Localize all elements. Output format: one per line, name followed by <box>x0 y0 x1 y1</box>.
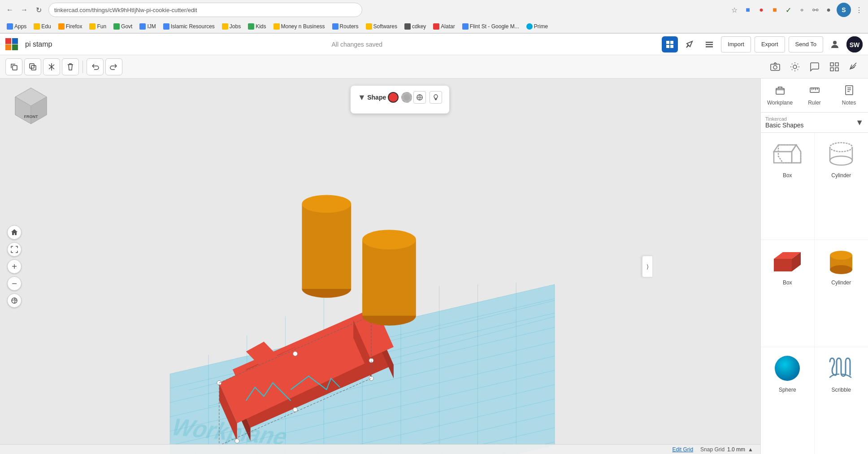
logo-cell-tin <box>5 38 11 44</box>
grid-view-button[interactable] <box>662 36 678 52</box>
canvas-area[interactable]: FRONT + − ▼ Sha <box>0 79 760 454</box>
bookmark-label-jobs: Jobs <box>230 23 241 30</box>
shape-item-sphere[interactable]: Sphere <box>761 347 815 454</box>
bookmark-money[interactable]: Money n Business <box>270 22 328 31</box>
bookmark-kids[interactable]: Kids <box>245 22 269 31</box>
menu-icon[interactable]: ⋮ <box>854 4 864 15</box>
bookmark-label-money: Money n Business <box>281 23 325 30</box>
bookmark-ijm[interactable]: IJM <box>136 22 159 31</box>
svg-rect-17 <box>835 63 838 66</box>
light-btn[interactable] <box>786 58 803 75</box>
back-button[interactable]: ← <box>4 4 16 16</box>
bookmark-flint[interactable]: Flint St - Google M... <box>459 22 522 31</box>
workplane-tool-button[interactable]: Workplane <box>764 81 796 109</box>
shapes-sublabel: Tinkercad <box>765 116 804 122</box>
svg-point-78 <box>362 230 416 249</box>
notes-tool-button[interactable]: Notes <box>833 81 865 109</box>
shape-label-cylinder-outline: Cylinder <box>831 172 851 179</box>
comment-btn[interactable] <box>806 58 823 75</box>
refresh-button[interactable]: ↻ <box>32 4 45 16</box>
user-avatar[interactable]: SW <box>846 36 863 52</box>
bookmark-firefox[interactable]: Firefox <box>55 22 86 31</box>
shape-item-cylinder-outline[interactable]: Cylinder <box>815 133 868 240</box>
bookmark-jobs[interactable]: Jobs <box>219 22 244 31</box>
forward-button[interactable]: → <box>18 4 30 16</box>
bookmark-label-apps: Apps <box>14 23 26 30</box>
shapes-grid: Box Cylinder <box>761 133 868 454</box>
shape-item-box-outline[interactable]: Box <box>761 133 815 240</box>
edit-grid-label[interactable]: Edit Grid <box>672 446 693 453</box>
mirror-button[interactable] <box>43 58 60 75</box>
profile-icon[interactable]: S <box>837 3 851 17</box>
ruler-tool-label: Ruler <box>808 100 821 106</box>
app-container: pi stamp All changes saved <box>0 34 868 454</box>
bookmark-label-softwares: Softwares <box>373 23 397 30</box>
snap-control: Snap Grid 1.0 mm ▲ <box>700 446 753 453</box>
toolbar-right <box>767 58 863 75</box>
profile-button[interactable] <box>827 36 843 52</box>
bookmark-icon-firefox <box>58 23 65 30</box>
svg-rect-80 <box>810 88 819 92</box>
shape-item-cylinder-solid[interactable]: Cylinder <box>815 240 868 347</box>
extension-icon-3[interactable]: ■ <box>769 4 780 15</box>
export-button[interactable]: Export <box>755 36 785 52</box>
shape-label-box-solid: Box <box>783 279 792 286</box>
bookmark-cdkey[interactable]: cdkey <box>401 22 429 31</box>
copy-button[interactable] <box>5 58 22 75</box>
bookmark-prime[interactable]: Prime <box>523 22 551 31</box>
address-bar[interactable]: tinkercad.com/things/cWk9hHtIjNw-pi-cook… <box>48 3 362 17</box>
shape-item-scribble[interactable]: Scribble <box>815 347 868 454</box>
svg-rect-0 <box>666 41 669 44</box>
extension-icon-1[interactable]: ■ <box>742 4 753 15</box>
ruler-icon <box>809 85 820 98</box>
shape-item-box-solid[interactable]: Box <box>761 240 815 347</box>
svg-point-70 <box>293 352 297 356</box>
shapes-dropdown[interactable]: Tinkercad Basic Shapes ▼ <box>761 113 868 133</box>
bookmark-apps[interactable]: Apps <box>4 22 30 31</box>
bookmark-label-cdkey: cdkey <box>412 23 426 30</box>
svg-rect-2 <box>666 45 669 48</box>
snap-up-button[interactable]: ▲ <box>748 446 753 453</box>
save-status: All changes saved <box>331 41 382 48</box>
panel-toggle-button[interactable]: ⟩ <box>642 256 653 277</box>
shapes-label-group: Tinkercad Basic Shapes <box>765 116 804 129</box>
shape-label-scribble: Scribble <box>832 387 851 393</box>
bookmark-fun[interactable]: Fun <box>86 22 109 31</box>
grid-btn[interactable] <box>826 58 843 75</box>
redo-button[interactable] <box>105 58 122 75</box>
star-icon[interactable]: ☆ <box>729 4 740 15</box>
send-to-button[interactable]: Send To <box>789 36 823 52</box>
undo-button[interactable] <box>87 58 104 75</box>
bookmark-icon-edu <box>34 23 40 30</box>
header-right: Import Export Send To SW <box>662 36 863 52</box>
extension-icon-7[interactable]: ● <box>823 4 834 15</box>
bookmark-alatar[interactable]: Alatar <box>430 22 458 31</box>
edit-view-button[interactable] <box>681 36 698 52</box>
svg-point-96 <box>830 156 852 165</box>
list-view-button[interactable] <box>701 36 717 52</box>
extension-icon-4[interactable]: ✓ <box>783 4 794 15</box>
snap-grid-label: Snap Grid <box>700 446 725 453</box>
camera-btn[interactable] <box>767 58 784 75</box>
duplicate-button[interactable] <box>24 58 41 75</box>
bookmark-govt[interactable]: Govt <box>110 22 135 31</box>
bookmark-islamic[interactable]: Islamic Resources <box>160 22 218 31</box>
bookmark-routers[interactable]: Routers <box>329 22 362 31</box>
dropdown-arrow-icon: ▼ <box>855 118 864 127</box>
extension-icon-6[interactable]: ⚯ <box>810 4 820 15</box>
bookmark-label-alatar: Alatar <box>441 23 455 30</box>
bookmark-icon-fun <box>89 23 95 30</box>
import-button[interactable]: Import <box>721 36 751 52</box>
bookmark-edu[interactable]: Edu <box>30 22 54 31</box>
ruler-tool-button[interactable]: Ruler <box>798 81 831 109</box>
svg-rect-10 <box>13 65 17 70</box>
right-panel: Workplane Ruler <box>760 79 868 454</box>
bookmark-softwares[interactable]: Softwares <box>363 22 400 31</box>
extension-icon-5[interactable]: ⚬ <box>796 4 807 15</box>
extension-icon-2[interactable]: ● <box>756 4 767 15</box>
measure-btn[interactable] <box>846 58 863 75</box>
svg-rect-13 <box>771 64 780 70</box>
shapes-mainlabel: Basic Shapes <box>765 122 804 129</box>
delete-button[interactable] <box>62 58 79 75</box>
address-text: tinkercad.com/things/cWk9hHtIjNw-pi-cook… <box>54 7 197 13</box>
